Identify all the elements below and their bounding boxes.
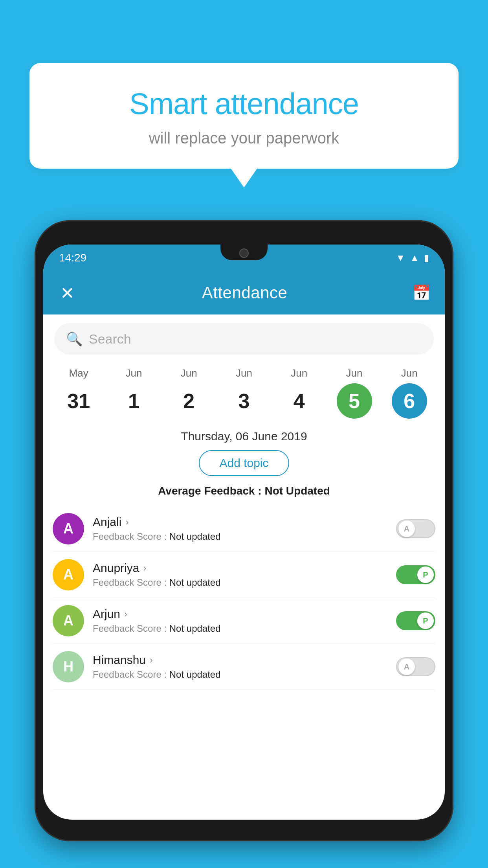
student-info: Anupriya ›Feedback Score : Not updated xyxy=(93,561,396,588)
student-avatar: H xyxy=(53,651,84,682)
cal-month-label: Jun xyxy=(236,367,252,379)
search-icon: 🔍 xyxy=(66,331,83,347)
cal-day-number: 1 xyxy=(116,383,151,419)
calendar-day[interactable]: Jun4 xyxy=(275,367,323,419)
cal-day-number: 6 xyxy=(392,383,427,419)
app-header: ✕ Attendance 📅 xyxy=(43,271,445,314)
speech-bubble-title: Smart attendance xyxy=(49,86,439,121)
calendar-day[interactable]: Jun1 xyxy=(110,367,157,419)
calendar-strip: May31Jun1Jun2Jun3Jun4Jun5Jun6 xyxy=(43,363,445,419)
student-name: Arjun › xyxy=(93,607,396,621)
attendance-toggle[interactable]: P xyxy=(396,611,435,630)
chevron-icon: › xyxy=(125,517,128,528)
calendar-day[interactable]: Jun2 xyxy=(165,367,213,419)
feedback-score: Feedback Score : Not updated xyxy=(93,623,396,634)
student-info: Arjun ›Feedback Score : Not updated xyxy=(93,607,396,634)
phone-device: 14:29 ▼ ▲ ▮ ✕ Attendance 📅 🔍 Search May3… xyxy=(35,220,453,841)
speech-bubble: Smart attendance will replace your paper… xyxy=(29,63,459,169)
cal-month-label: Jun xyxy=(346,367,363,379)
status-time: 14:29 xyxy=(59,252,86,264)
calendar-day[interactable]: Jun6 xyxy=(386,367,433,419)
phone-camera xyxy=(239,248,249,258)
speech-bubble-subtitle: will replace your paperwork xyxy=(49,129,439,147)
student-item[interactable]: AArjun ›Feedback Score : Not updatedP xyxy=(53,598,435,644)
average-feedback-value: Not Updated xyxy=(264,485,330,497)
calendar-icon[interactable]: 📅 xyxy=(412,284,431,302)
chevron-icon: › xyxy=(124,609,127,620)
attendance-toggle[interactable]: A xyxy=(396,657,435,676)
cal-day-number: 5 xyxy=(337,383,372,419)
calendar-day[interactable]: Jun5 xyxy=(331,367,378,419)
student-avatar: A xyxy=(53,559,84,590)
phone-screen: 14:29 ▼ ▲ ▮ ✕ Attendance 📅 🔍 Search May3… xyxy=(43,245,445,820)
header-title: Attendance xyxy=(202,283,288,302)
average-feedback-label: Average Feedback : xyxy=(158,485,262,497)
cal-month-label: Jun xyxy=(401,367,418,379)
toggle-circle: P xyxy=(417,566,434,583)
average-feedback: Average Feedback : Not Updated xyxy=(43,485,445,497)
search-input[interactable]: Search xyxy=(89,331,422,347)
student-item[interactable]: HHimanshu ›Feedback Score : Not updatedA xyxy=(53,644,435,690)
student-item[interactable]: AAnupriya ›Feedback Score : Not updatedP xyxy=(53,552,435,598)
calendar-day[interactable]: May31 xyxy=(55,367,102,419)
add-topic-button[interactable]: Add topic xyxy=(199,450,289,476)
student-avatar: A xyxy=(53,605,84,636)
cal-month-label: Jun xyxy=(181,367,197,379)
student-list: AAnjali ›Feedback Score : Not updatedAAA… xyxy=(43,506,445,690)
student-avatar: A xyxy=(53,513,84,544)
student-item[interactable]: AAnjali ›Feedback Score : Not updatedA xyxy=(53,506,435,552)
feedback-score: Feedback Score : Not updated xyxy=(93,577,396,588)
battery-icon: ▮ xyxy=(424,252,429,263)
cal-month-label: May xyxy=(69,367,88,379)
wifi-icon: ▼ xyxy=(396,252,405,263)
cal-day-number: 2 xyxy=(171,383,207,419)
toggle-circle: P xyxy=(417,612,434,629)
chevron-icon: › xyxy=(150,655,153,666)
signal-icon: ▲ xyxy=(410,252,419,263)
cal-day-number: 3 xyxy=(226,383,262,419)
student-name: Himanshu › xyxy=(93,653,396,667)
cal-month-label: Jun xyxy=(125,367,142,379)
search-bar[interactable]: 🔍 Search xyxy=(54,323,434,355)
feedback-score: Feedback Score : Not updated xyxy=(93,669,396,680)
toggle-circle: A xyxy=(398,658,415,675)
selected-date: Thursday, 06 June 2019 xyxy=(43,430,445,443)
student-info: Himanshu ›Feedback Score : Not updated xyxy=(93,653,396,680)
cal-month-label: Jun xyxy=(291,367,307,379)
cal-day-number: 4 xyxy=(281,383,317,419)
student-name: Anjali › xyxy=(93,515,396,529)
attendance-toggle[interactable]: A xyxy=(396,519,435,538)
calendar-day[interactable]: Jun3 xyxy=(220,367,268,419)
student-name: Anupriya › xyxy=(93,561,396,575)
student-info: Anjali ›Feedback Score : Not updated xyxy=(93,515,396,542)
status-icons: ▼ ▲ ▮ xyxy=(396,252,429,263)
close-button[interactable]: ✕ xyxy=(57,283,77,303)
cal-day-number: 31 xyxy=(61,383,96,419)
attendance-toggle[interactable]: P xyxy=(396,565,435,584)
toggle-circle: A xyxy=(398,520,415,537)
feedback-score: Feedback Score : Not updated xyxy=(93,531,396,542)
chevron-icon: › xyxy=(143,563,146,574)
